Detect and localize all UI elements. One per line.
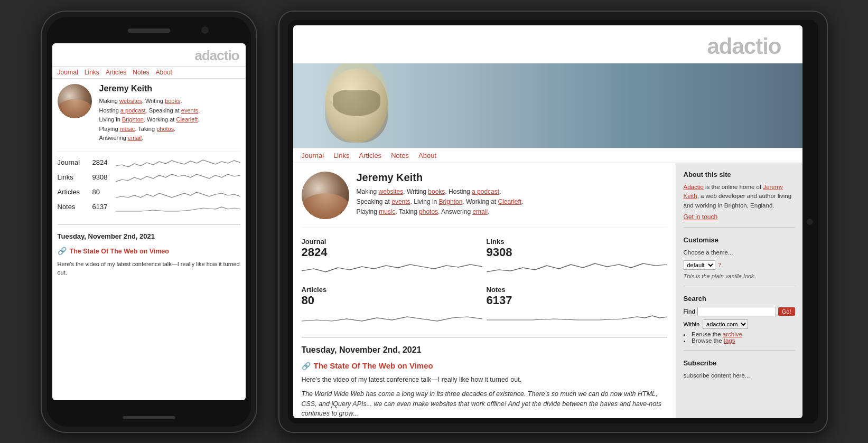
link-brighton-tablet[interactable]: Brighton	[439, 198, 463, 205]
nav-links-tablet[interactable]: Links	[333, 152, 349, 159]
article-link-row-tablet: 🔗 The State Of The Web on Vimeo	[302, 361, 667, 371]
link-clearleft-phone[interactable]: Clearleft	[176, 116, 198, 122]
nav-journal-phone[interactable]: Journal	[58, 69, 78, 76]
stat-notes-spark-tablet	[487, 307, 667, 323]
stat-links-tablet: Links 9308	[487, 234, 667, 278]
stat-articles-spark-tablet	[302, 307, 482, 323]
link-events-phone[interactable]: events	[181, 107, 198, 114]
nav-notes-tablet[interactable]: Notes	[391, 152, 409, 159]
sidebar-customise: Customise Choose a theme... default ? Th…	[684, 236, 795, 286]
theme-select[interactable]: default	[684, 260, 715, 270]
stat-notes-count-phone: 6137	[92, 203, 111, 211]
link-websites-phone[interactable]: websites	[119, 98, 142, 104]
bullet-archive: Peruse the archive	[684, 331, 795, 337]
stat-links-name-phone: Links	[58, 173, 88, 181]
bullet-tags: Browse the tags	[684, 337, 795, 344]
stat-notes-count-tablet: 6137	[487, 294, 667, 307]
search-button[interactable]: Go!	[778, 307, 795, 316]
link-events-tablet[interactable]: events	[391, 198, 410, 205]
nav-journal-tablet[interactable]: Journal	[302, 152, 324, 159]
phone-home-button[interactable]	[123, 416, 175, 419]
theme-question[interactable]: ?	[718, 262, 721, 268]
stat-notes-phone: Notes 6137	[58, 201, 240, 213]
profile-name-phone: Jeremy Keith	[99, 84, 200, 93]
link-music-tablet[interactable]: music	[379, 208, 395, 215]
article-title-tablet[interactable]: The State Of The Web on Vimeo	[314, 361, 433, 370]
archive-link[interactable]: archive	[723, 331, 742, 337]
phone-screen[interactable]: adactio Journal Links Articles Notes Abo…	[52, 43, 246, 400]
link-photos-tablet[interactable]: photos	[419, 208, 438, 215]
article-excerpt2-tablet: The World Wide Web has come a long way i…	[302, 389, 667, 418]
nav-links-phone[interactable]: Links	[85, 69, 99, 76]
link-websites-tablet[interactable]: websites	[379, 188, 404, 195]
sidebar-search: Search Find Go! Within adactio.com	[684, 295, 795, 351]
link-clearleft-tablet[interactable]: Clearleft	[498, 198, 521, 205]
sidebar-customise-heading: Customise	[684, 236, 795, 244]
link-brighton-phone[interactable]: Brighton	[122, 116, 144, 122]
nav-about-phone[interactable]: About	[156, 69, 172, 76]
bullet-list: Peruse the archive Browse the tags	[684, 331, 795, 344]
sidebar-about-text: Adactio is the online home of Jeremy Kei…	[684, 183, 795, 210]
link-email-tablet[interactable]: email	[472, 208, 488, 215]
stat-journal-name-phone: Journal	[58, 158, 88, 166]
sidebar-about-heading: About this site	[684, 171, 795, 178]
stat-links-count-tablet: 9308	[487, 246, 667, 259]
sidebar-choose-theme: Choose a theme...	[684, 248, 795, 257]
sidebar-tablet: About this site Adactio is the online ho…	[676, 163, 802, 418]
search-row: Find Go!	[684, 307, 795, 316]
stat-journal-tablet: Journal 2824	[302, 234, 482, 278]
within-select[interactable]: adactio.com	[703, 319, 748, 329]
link-email-phone[interactable]: email	[128, 135, 142, 141]
link-photos-phone[interactable]: photos	[156, 126, 174, 132]
stat-links-spark-phone	[116, 171, 240, 184]
date-heading-tablet: Tuesday, November 2nd, 2021	[302, 337, 667, 355]
nav-phone: Journal Links Articles Notes About	[52, 66, 246, 79]
stat-articles-count-tablet: 80	[302, 294, 482, 307]
article-title-phone[interactable]: The State Of The Web on Vimeo	[70, 248, 169, 255]
hero-image-tablet	[293, 63, 802, 148]
stat-links-count-phone: 9308	[92, 173, 111, 181]
stats-tablet: Journal 2824 Links 9308	[302, 228, 667, 326]
tablet-device: adactio Journal Links Articles Notes Abo…	[278, 11, 828, 433]
theme-row: default ?	[684, 260, 795, 270]
stat-articles-tablet: Articles 80	[302, 282, 482, 326]
within-row: Within adactio.com	[684, 319, 795, 329]
within-label: Within	[684, 321, 700, 327]
link-books-tablet[interactable]: books	[428, 188, 445, 195]
link-podcast-tablet[interactable]: a podcast	[472, 188, 499, 195]
stat-journal-count-tablet: 2824	[302, 246, 482, 259]
search-input[interactable]	[697, 307, 776, 316]
stat-articles-spark-phone	[116, 186, 240, 199]
tablet-camera	[807, 219, 813, 225]
link-music-phone[interactable]: music	[120, 126, 135, 132]
content-area-tablet: Jeremy Keith Making websites. Writing bo…	[293, 163, 676, 418]
tags-link[interactable]: tags	[724, 337, 735, 344]
stat-links-label-tablet: Links	[487, 238, 667, 246]
phone-camera	[201, 26, 209, 34]
stat-notes-tablet: Notes 6137	[487, 282, 667, 326]
site-logo-tablet: adactio	[696, 25, 791, 63]
profile-name-tablet: Jeremy Keith	[357, 172, 524, 184]
nav-articles-tablet[interactable]: Articles	[359, 152, 382, 159]
nav-about-tablet[interactable]: About	[418, 152, 436, 159]
sidebar-search-heading: Search	[684, 295, 795, 303]
nav-articles-phone[interactable]: Articles	[106, 69, 126, 76]
main-content-tablet: Jeremy Keith Making websites. Writing bo…	[293, 163, 802, 418]
sidebar-adactio-link[interactable]: Adactio	[684, 184, 704, 190]
sidebar-about: About this site Adactio is the online ho…	[684, 171, 795, 228]
tablet-screen[interactable]: adactio Journal Links Articles Notes Abo…	[293, 25, 802, 418]
nav-tablet: Journal Links Articles Notes About	[293, 148, 802, 163]
sidebar-get-in-touch[interactable]: Get in touch	[684, 213, 795, 221]
link-icon-tablet: 🔗	[302, 362, 311, 371]
stat-notes-label-tablet: Notes	[487, 286, 667, 294]
article-excerpt-tablet: Here’s the video of my latest conference…	[302, 375, 667, 385]
stat-notes-name-phone: Notes	[58, 203, 88, 211]
article-link-row-phone: 🔗 The State Of The Web on Vimeo	[58, 247, 240, 256]
nav-notes-phone[interactable]: Notes	[133, 69, 149, 76]
stat-articles-count-phone: 80	[92, 188, 111, 196]
stat-journal-phone: Journal 2824	[58, 156, 240, 169]
phone-device: adactio Journal Links Articles Notes Abo…	[41, 11, 257, 433]
stat-journal-spark-tablet	[302, 259, 482, 275]
link-books-phone[interactable]: books	[165, 98, 180, 104]
link-podcast-phone[interactable]: a podcast	[120, 107, 146, 114]
